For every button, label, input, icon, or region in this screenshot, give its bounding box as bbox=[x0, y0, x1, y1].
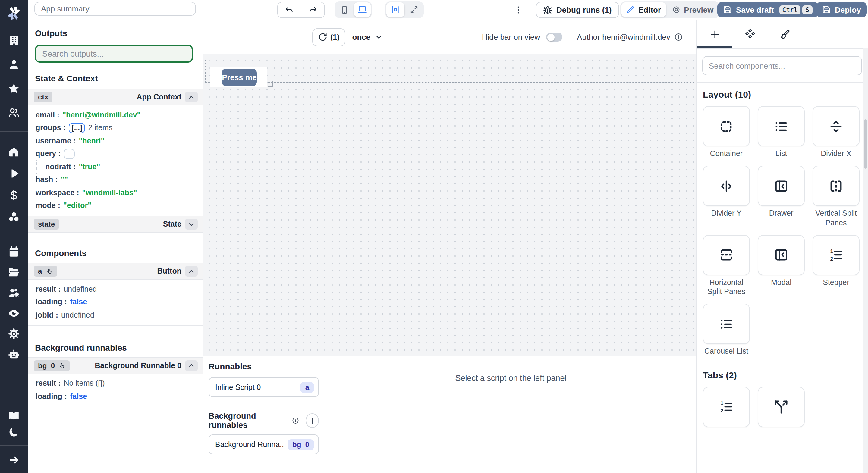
calendar-icon[interactable] bbox=[0, 246, 28, 258]
editor-tab[interactable]: Editor bbox=[621, 2, 666, 17]
button-component-wrapper[interactable]: Press me bbox=[210, 67, 267, 87]
property-row: workspace "windmill-labs" bbox=[28, 186, 203, 199]
resize-handle[interactable] bbox=[268, 81, 273, 87]
search-outputs-input[interactable] bbox=[35, 44, 193, 63]
deploy-button[interactable]: Deploy bbox=[816, 2, 867, 18]
desktop-view-button[interactable] bbox=[354, 2, 371, 17]
hsplit-icon[interactable] bbox=[703, 235, 750, 275]
book-icon[interactable] bbox=[0, 410, 28, 422]
refresh-button[interactable]: (1) bbox=[312, 28, 346, 46]
component-card-label: Modal bbox=[771, 278, 792, 288]
fullscreen-layout-button[interactable] bbox=[406, 2, 423, 17]
more-options-button[interactable] bbox=[514, 4, 523, 15]
stepper-icon[interactable] bbox=[812, 235, 860, 275]
tab-component-settings[interactable] bbox=[733, 20, 767, 48]
folder-icon[interactable] bbox=[0, 266, 28, 278]
sidebar-divider bbox=[0, 445, 28, 446]
chevron-up-icon bbox=[187, 93, 195, 101]
drawer-icon[interactable] bbox=[758, 166, 805, 207]
center-layout-button[interactable] bbox=[386, 2, 404, 17]
property-row: result undefined bbox=[28, 283, 203, 295]
eye-icon[interactable] bbox=[0, 307, 28, 319]
background-runnable-item[interactable]: Background Runna... bg_0 bbox=[209, 435, 319, 454]
state-badge: state bbox=[34, 219, 59, 229]
user-cog-icon[interactable] bbox=[0, 287, 28, 299]
collapse-sidebar-button[interactable] bbox=[0, 454, 28, 466]
scrollbar-thumb[interactable] bbox=[864, 119, 867, 169]
scrollbar[interactable] bbox=[863, 48, 868, 473]
home-icon[interactable] bbox=[0, 146, 28, 158]
collapse-bg0-button[interactable] bbox=[185, 360, 198, 371]
drawer-icon[interactable] bbox=[758, 235, 805, 275]
moon-icon[interactable] bbox=[0, 426, 28, 438]
property-value: - bbox=[64, 149, 74, 159]
add-background-runnable-button[interactable] bbox=[306, 413, 319, 428]
undo-button[interactable] bbox=[278, 2, 301, 18]
component-card-label: Drawer bbox=[769, 210, 794, 219]
list-icon[interactable] bbox=[758, 106, 805, 147]
background-runnables-title: Background runnables bbox=[209, 412, 287, 430]
canvas-header: (1) once Hide bar on view Author henri@w… bbox=[203, 20, 696, 54]
ctx-header-row: ctx App Context bbox=[28, 89, 203, 105]
property-row: nodraft "true" bbox=[28, 160, 203, 173]
save-draft-button[interactable]: Save draft CtrlS bbox=[717, 2, 818, 18]
mobile-view-button[interactable] bbox=[336, 2, 352, 17]
property-key: hash bbox=[36, 176, 58, 184]
outputs-title: Outputs bbox=[35, 28, 195, 38]
sidebar-group-main bbox=[0, 146, 28, 223]
component-a-badge[interactable]: a bbox=[34, 266, 57, 277]
bg0-badge[interactable]: bg_0 bbox=[34, 360, 70, 371]
component-a-type-label: Button bbox=[157, 267, 181, 275]
property-value: "editor" bbox=[63, 201, 91, 210]
users-icon[interactable] bbox=[0, 107, 28, 119]
background-runnables-title: Background runnables bbox=[35, 343, 195, 352]
expand-state-button[interactable] bbox=[185, 219, 198, 229]
tab-styling[interactable] bbox=[767, 20, 802, 48]
redo-button[interactable] bbox=[301, 2, 324, 18]
preview-tab[interactable]: Preview bbox=[667, 2, 718, 17]
press-me-button[interactable]: Press me bbox=[222, 68, 257, 86]
star-icon[interactable] bbox=[0, 83, 28, 95]
collapse-component-a-button[interactable] bbox=[185, 266, 198, 277]
info-icon[interactable] bbox=[674, 33, 683, 41]
tabs-section-title: Tabs (2) bbox=[703, 370, 862, 380]
save-icon bbox=[723, 5, 732, 14]
info-icon[interactable] bbox=[292, 416, 299, 425]
app-summary-input[interactable] bbox=[34, 2, 196, 16]
bot-icon[interactable] bbox=[0, 348, 28, 360]
schedule-dropdown[interactable]: once bbox=[352, 33, 383, 41]
editor-preview-toggle: Editor Preview bbox=[620, 1, 719, 18]
component-card: Drawer bbox=[758, 166, 805, 228]
component-card-label: List bbox=[775, 150, 787, 159]
list-icon[interactable] bbox=[703, 304, 750, 344]
components-title: Components bbox=[35, 248, 195, 258]
components-panel-content: Layout (10) Container List Divider X Div… bbox=[698, 83, 868, 430]
user-icon[interactable] bbox=[0, 58, 28, 70]
vsplit-icon[interactable] bbox=[812, 166, 860, 207]
windmill-logo[interactable] bbox=[5, 4, 23, 22]
inline-script-item[interactable]: Inline Script 0 a bbox=[209, 377, 319, 397]
property-value: undefined bbox=[61, 311, 94, 319]
debug-runs-button[interactable]: Debug runs (1) bbox=[536, 2, 619, 18]
tabs-components-grid bbox=[703, 386, 862, 430]
collapse-ctx-button[interactable] bbox=[185, 92, 198, 102]
play-icon[interactable] bbox=[0, 167, 28, 180]
divider-y-icon[interactable] bbox=[703, 166, 750, 207]
search-components-input[interactable] bbox=[702, 56, 862, 75]
save-icon bbox=[822, 5, 831, 14]
boxes-icon[interactable] bbox=[0, 211, 28, 223]
dollar-icon[interactable] bbox=[0, 189, 28, 201]
gear-icon[interactable] bbox=[0, 328, 28, 340]
property-key: loading bbox=[36, 298, 67, 306]
sidebar-divider bbox=[0, 131, 28, 132]
hide-bar-toggle[interactable] bbox=[546, 33, 562, 41]
building-icon[interactable] bbox=[0, 34, 28, 46]
runnables-title: Runnables bbox=[209, 361, 319, 371]
tab-insert-component[interactable] bbox=[698, 20, 733, 48]
container-icon[interactable] bbox=[703, 106, 750, 147]
property-row: hash "" bbox=[28, 173, 203, 186]
stepper-icon[interactable] bbox=[703, 386, 750, 427]
split-icon[interactable] bbox=[758, 386, 805, 427]
property-key: jobId bbox=[36, 311, 58, 319]
divider-x-icon[interactable] bbox=[812, 106, 860, 147]
